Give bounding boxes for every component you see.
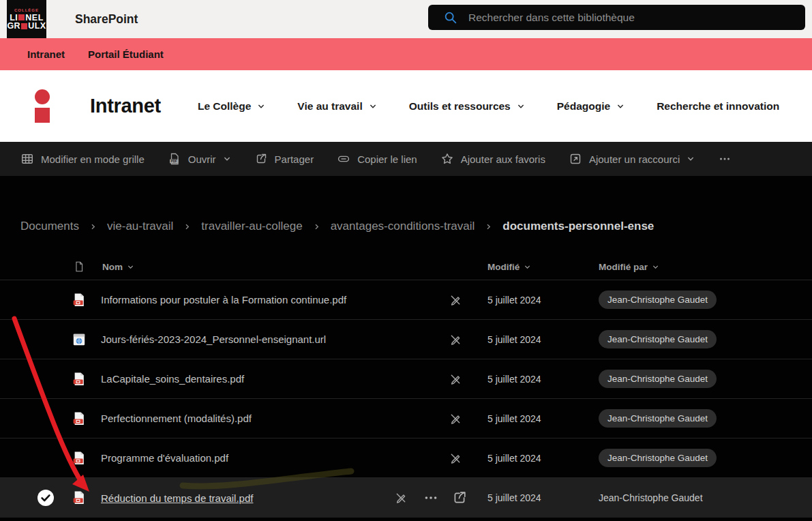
site-menu: Le CollègeVie au travailOutils et ressou… bbox=[198, 100, 779, 113]
no-edit-pen-slash-icon bbox=[449, 320, 464, 359]
no-edit-pen-slash-icon bbox=[449, 399, 464, 438]
star-icon bbox=[440, 152, 454, 166]
chevron-down-icon bbox=[524, 263, 531, 271]
file-row[interactable]: Programme d'évaluation.pdf5 juillet 2024… bbox=[0, 438, 812, 477]
breadcrumb-item-travailler-au-college[interactable]: travailler-au-college bbox=[201, 220, 302, 233]
logo-line-2: GRULX bbox=[7, 22, 46, 31]
modified-by-badge[interactable]: Jean-Christophe Gaudet bbox=[599, 449, 717, 467]
search-icon bbox=[443, 10, 458, 25]
table-header: Nom Modifié Modifié par bbox=[0, 254, 812, 280]
file-row[interactable]: Réduction du temps de travail.pdf5 juill… bbox=[0, 477, 812, 518]
shortcut-icon bbox=[569, 152, 582, 166]
library-search-box[interactable] bbox=[428, 5, 805, 30]
command-ouvrir[interactable]: PDFOuvrir bbox=[156, 142, 243, 176]
chevron-down-icon bbox=[517, 102, 525, 110]
chevron-right-icon bbox=[183, 223, 191, 230]
modified-by-badge[interactable]: Jean-Christophe Gaudet bbox=[599, 291, 717, 309]
file-name-link[interactable]: LaCapitale_soins_dentaires.pdf bbox=[101, 373, 244, 385]
modified-by: Jean-Christophe Gaudet bbox=[599, 492, 703, 503]
logo-college-text: COLLÈGE bbox=[14, 8, 39, 12]
document-type-column-icon[interactable] bbox=[73, 254, 85, 280]
pdf-file-icon bbox=[72, 478, 87, 518]
breadcrumb-item-documents-personnel-ense[interactable]: documents-personnel-ense bbox=[502, 220, 654, 233]
pdf-file-icon bbox=[72, 399, 87, 438]
file-name-link[interactable]: Jours-fériés-2023-2024_Personnel-enseign… bbox=[101, 333, 326, 345]
column-header-name[interactable]: Nom bbox=[102, 254, 134, 280]
column-header-modified[interactable]: Modifié bbox=[487, 254, 531, 280]
more-commands-button[interactable] bbox=[706, 142, 743, 176]
breadcrumb-item-documents[interactable]: Documents bbox=[20, 220, 79, 233]
breadcrumb-item-avantages-conditions-travail[interactable]: avantages-conditions-travail bbox=[331, 220, 475, 233]
no-edit-pen-slash-icon bbox=[449, 438, 464, 477]
modified-date: 5 juillet 2024 bbox=[487, 399, 590, 438]
ellipsis-icon bbox=[718, 152, 732, 166]
file-name-link[interactable]: Réduction du temps de travail.pdf bbox=[101, 492, 253, 504]
chevron-down-icon bbox=[223, 155, 231, 163]
sharepoint-library-page: { "colors": { "brand_red": "#d3333c", "h… bbox=[0, 0, 812, 521]
file-list: Informations pour postuler à la Formatio… bbox=[0, 280, 812, 518]
no-edit-pen-slash-icon bbox=[449, 280, 464, 319]
no-edit-pen-slash-icon bbox=[394, 478, 409, 518]
modified-date: 5 juillet 2024 bbox=[487, 359, 590, 398]
hub-tab-portail-etudiant[interactable]: Portail Étudiant bbox=[88, 48, 164, 60]
file-row[interactable]: Perfectionnement (modalités).pdf5 juille… bbox=[0, 398, 812, 438]
app-title: SharePoint bbox=[75, 12, 138, 27]
file-row[interactable]: LaCapitale_soins_dentaires.pdf5 juillet … bbox=[0, 359, 812, 398]
command-partager[interactable]: Partager bbox=[243, 142, 326, 176]
hub-tab-bar: IntranetPortail Étudiant bbox=[0, 38, 812, 70]
chevron-down-icon bbox=[127, 263, 134, 271]
chevron-down-icon bbox=[652, 263, 659, 271]
command-ajouter-aux-favoris[interactable]: Ajouter aux favoris bbox=[429, 142, 557, 176]
nav-item-pedagogie[interactable]: Pédagogie bbox=[557, 100, 625, 113]
nav-item-vie-au-travail[interactable]: Vie au travail bbox=[297, 100, 376, 113]
nav-item-outils-et-ressources[interactable]: Outils et ressources bbox=[409, 100, 525, 113]
no-edit-pen-slash-icon bbox=[449, 359, 464, 398]
nav-item-recherche-et-innovation[interactable]: Recherche et innovation bbox=[657, 100, 779, 113]
share-icon bbox=[254, 152, 268, 166]
url-file-icon bbox=[72, 320, 87, 359]
modified-date: 5 juillet 2024 bbox=[487, 478, 590, 518]
search-input[interactable] bbox=[468, 12, 805, 24]
logo-red-square-icon bbox=[21, 23, 27, 29]
chevron-right-icon bbox=[89, 223, 97, 230]
modified-by-badge[interactable]: Jean-Christophe Gaudet bbox=[599, 409, 717, 428]
chevron-down-icon bbox=[687, 155, 695, 163]
modified-date: 5 juillet 2024 bbox=[487, 280, 590, 319]
chevron-down-icon bbox=[257, 102, 265, 110]
column-header-modified-by[interactable]: Modifié par bbox=[599, 254, 659, 280]
chevron-down-icon bbox=[369, 102, 377, 110]
pdf-badge-icon: PDF bbox=[168, 152, 181, 166]
grid-icon bbox=[20, 152, 34, 166]
chevron-down-icon bbox=[616, 102, 625, 110]
logo-red-square-icon bbox=[18, 14, 25, 20]
pdf-file-icon bbox=[72, 438, 87, 477]
command-bar: Modifier en mode grillePDFOuvrirPartager… bbox=[0, 142, 812, 176]
command-modifier-en-mode-grille[interactable]: Modifier en mode grille bbox=[20, 142, 156, 176]
site-title[interactable]: Intranet bbox=[90, 95, 161, 117]
link-icon bbox=[337, 152, 350, 166]
more-actions-button[interactable] bbox=[423, 478, 439, 518]
hub-tab-intranet[interactable]: Intranet bbox=[27, 48, 65, 60]
file-row[interactable]: Informations pour postuler à la Formatio… bbox=[0, 280, 812, 319]
breadcrumb-item-vie-au-travail[interactable]: vie-au-travail bbox=[107, 220, 173, 233]
breadcrumb: Documentsvie-au-travailtravailler-au-col… bbox=[20, 215, 812, 237]
nav-item-le-college[interactable]: Le Collège bbox=[198, 100, 265, 113]
pdf-file-icon bbox=[72, 280, 87, 319]
modified-by-badge[interactable]: Jean-Christophe Gaudet bbox=[599, 370, 717, 388]
command-copier-le-lien[interactable]: Copier le lien bbox=[325, 142, 429, 176]
file-name-link[interactable]: Informations pour postuler à la Formatio… bbox=[101, 294, 346, 306]
share-button[interactable] bbox=[451, 478, 468, 518]
intranet-logo-icon[interactable] bbox=[34, 89, 50, 123]
file-name-link[interactable]: Perfectionnement (modalités).pdf bbox=[101, 413, 252, 424]
file-row[interactable]: Jours-fériés-2023-2024_Personnel-enseign… bbox=[0, 319, 812, 359]
file-name-link[interactable]: Programme d'évaluation.pdf bbox=[101, 452, 228, 464]
modified-by-badge[interactable]: Jean-Christophe Gaudet bbox=[599, 330, 717, 348]
modified-date: 5 juillet 2024 bbox=[487, 320, 590, 359]
selected-checkbox[interactable] bbox=[37, 478, 55, 518]
site-navigation: Intranet Le CollègeVie au travailOutils … bbox=[0, 70, 812, 142]
college-lionel-groulx-logo[interactable]: COLLÈGE LINEL GRULX bbox=[7, 0, 46, 38]
chevron-right-icon bbox=[485, 223, 492, 230]
svg-text:PDF: PDF bbox=[170, 160, 177, 163]
command-ajouter-un-raccourci[interactable]: Ajouter un raccourci bbox=[557, 142, 706, 176]
suite-header: COLLÈGE LINEL GRULX SharePoint bbox=[0, 0, 812, 38]
